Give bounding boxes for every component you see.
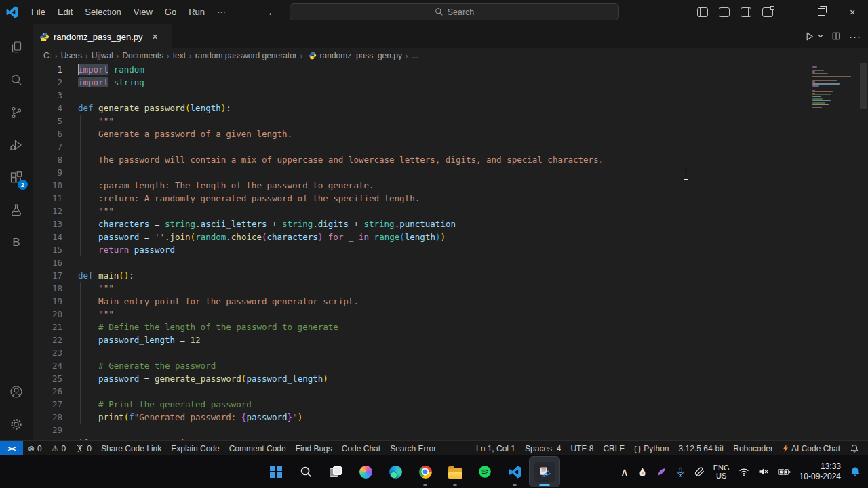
code-line-6[interactable]: 6 Generate a password of a given length. [33, 127, 812, 140]
tray-feather-icon[interactable] [654, 458, 669, 485]
status-warnings[interactable]: ⚠0 [47, 441, 71, 456]
editor-scrollbar[interactable] [860, 63, 867, 109]
customize-layout-icon[interactable] [762, 7, 773, 17]
vscode-logo-icon[interactable] [6, 6, 18, 18]
code-line-13[interactable]: 13 characters = string.ascii_letters + s… [33, 218, 812, 230]
menu-edit[interactable]: Edit [52, 0, 79, 24]
line-number[interactable]: 18 [33, 282, 62, 295]
tray-paperclip-icon[interactable] [692, 458, 707, 485]
line-number[interactable]: 25 [33, 372, 62, 385]
code-line-27[interactable]: 27 # Print the generated password [33, 398, 812, 411]
code-line-24[interactable]: 24 # Generate the password [33, 359, 812, 372]
status-eol[interactable]: CRLF [598, 441, 629, 456]
toggle-sidebar-icon[interactable] [697, 7, 708, 17]
code-line-23[interactable]: 23 [33, 346, 812, 359]
line-number[interactable]: 28 [33, 411, 62, 424]
line-number[interactable]: 27 [33, 398, 62, 411]
line-number[interactable]: 3 [33, 89, 62, 102]
line-number[interactable]: 21 [33, 321, 62, 333]
code-line-4[interactable]: 4def generate_password(length): [33, 102, 812, 115]
status-notifications[interactable] [845, 441, 864, 456]
line-number[interactable]: 15 [33, 243, 62, 256]
activity-settings-gear-icon[interactable] [0, 409, 33, 439]
code-line-16[interactable]: 16 [33, 256, 812, 269]
line-number[interactable]: 19 [33, 295, 62, 308]
tray-droplet-icon[interactable] [635, 458, 650, 485]
toggle-secondary-sidebar-icon[interactable] [741, 7, 751, 17]
activity-run-debug-icon[interactable] [0, 130, 33, 160]
line-number[interactable]: 29 [33, 424, 62, 436]
tray-speaker-muted-icon[interactable] [756, 458, 771, 485]
status-errors[interactable]: ⊗0 [23, 441, 47, 456]
line-number[interactable]: 12 [33, 205, 62, 218]
menu-view[interactable]: View [127, 0, 159, 24]
activity-testing-icon[interactable] [0, 195, 33, 225]
line-number[interactable]: 7 [33, 140, 62, 153]
taskbar-start[interactable] [261, 457, 291, 487]
code-line-19[interactable]: 19 Main entry point for the password gen… [33, 295, 812, 308]
menu-go[interactable]: Go [159, 0, 182, 24]
activity-explorer-icon[interactable] [0, 33, 33, 62]
taskbar-task-view[interactable] [321, 457, 351, 487]
code-line-15[interactable]: 15 return password [33, 243, 812, 256]
breadcrumb-item[interactable]: text [173, 51, 186, 60]
code-line-11[interactable]: 11 :return: A randomly generated passwor… [33, 192, 812, 205]
run-python-file-icon[interactable] [804, 31, 814, 41]
status-indentation[interactable]: Spaces: 4 [520, 441, 566, 456]
line-number[interactable]: 26 [33, 385, 62, 398]
line-number[interactable]: 8 [33, 153, 62, 166]
code-line-18[interactable]: 18 """ [33, 282, 812, 295]
tab-close-icon[interactable]: × [153, 32, 158, 41]
status-ports[interactable]: 0 [71, 441, 96, 456]
code-editor[interactable]: 1import random2import string34def genera… [33, 63, 868, 440]
line-number[interactable]: 16 [33, 256, 62, 269]
activity-source-control-icon[interactable] [0, 98, 33, 127]
taskbar-search[interactable] [291, 457, 321, 487]
status-ai-code-chat[interactable]: AI Code Chat [778, 441, 845, 456]
close-button[interactable]: × [837, 0, 868, 24]
code-line-8[interactable]: 8 The password will contain a mix of upp… [33, 153, 812, 166]
tray-wifi-icon[interactable] [736, 458, 751, 485]
code-line-17[interactable]: 17def main(): [33, 269, 812, 282]
tray-bell-blue-icon[interactable] [848, 458, 863, 485]
line-number[interactable]: 1 [33, 63, 62, 76]
breadcrumb-item[interactable]: C: [43, 51, 52, 60]
code-line-14[interactable]: 14 password = ''.join(random.choice(char… [33, 230, 812, 243]
status-encoding[interactable]: UTF-8 [566, 441, 598, 456]
breadcrumb-item[interactable]: Documents [122, 51, 163, 60]
line-number[interactable]: 9 [33, 166, 62, 179]
tab-randomz-pass-gen[interactable]: randomz_pass_gen.py × [33, 24, 172, 49]
code-line-25[interactable]: 25 password = generate_password(password… [33, 372, 812, 385]
status-python-interpreter[interactable]: 3.12.5 64-bit [674, 441, 729, 456]
tray-clock[interactable]: 13:3310-09-2024 [797, 458, 843, 485]
status-code-chat[interactable]: Code Chat [337, 441, 385, 456]
activity-account-icon[interactable] [0, 377, 33, 407]
taskbar-edge[interactable] [380, 457, 410, 487]
menu-file[interactable]: File [25, 0, 52, 24]
back-icon[interactable]: ← [267, 6, 277, 18]
code-line-7[interactable]: 7 [33, 140, 812, 153]
toggle-panel-icon[interactable] [719, 7, 730, 17]
breadcrumb-item[interactable]: Users [61, 51, 82, 60]
line-number[interactable]: 6 [33, 127, 62, 140]
breadcrumb-item[interactable]: random password generator [195, 51, 297, 60]
code-line-2[interactable]: 2import string [33, 76, 812, 89]
status-search-error[interactable]: Search Error [385, 441, 441, 456]
taskbar-copilot[interactable] [351, 457, 380, 487]
line-number[interactable]: 23 [33, 346, 62, 359]
code-line-26[interactable]: 26 [33, 385, 812, 398]
line-number[interactable]: 14 [33, 230, 62, 243]
tray-battery-icon[interactable] [776, 458, 793, 485]
split-editor-icon[interactable] [831, 31, 841, 41]
breadcrumb-item[interactable]: Ujjwal [92, 51, 113, 60]
line-number[interactable]: 24 [33, 359, 62, 372]
code-line-9[interactable]: 9 [33, 166, 812, 179]
line-number[interactable]: 22 [33, 333, 62, 346]
status-language-mode[interactable]: { }Python [629, 441, 674, 456]
activity-blackbox-icon[interactable]: B [0, 228, 33, 258]
more-actions-icon[interactable]: ··· [849, 30, 861, 42]
line-number[interactable]: 20 [33, 308, 62, 321]
line-number[interactable]: 5 [33, 115, 62, 127]
status-robocoder[interactable]: Robocoder [728, 441, 778, 456]
status-cursor-position[interactable]: Ln 1, Col 1 [471, 441, 520, 456]
